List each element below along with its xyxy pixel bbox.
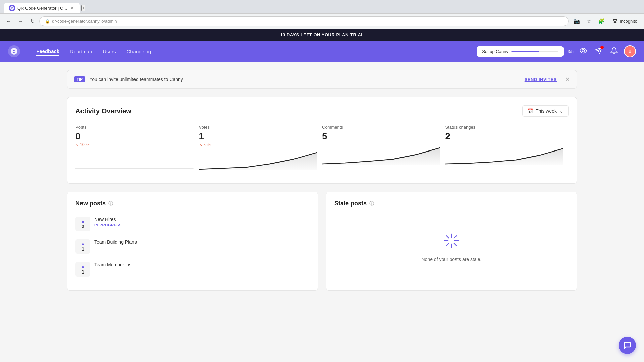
status-changes-chart [445, 144, 564, 165]
status-changes-label: Status changes [445, 125, 564, 130]
notification-badge [600, 46, 604, 49]
setup-bar-fill [511, 51, 539, 52]
metric-votes: Votes 1 ↘ 75% [199, 125, 322, 175]
post-info: Team Member List [94, 262, 310, 267]
svg-point-3 [615, 21, 616, 22]
vote-count: 1 [82, 269, 84, 275]
setup-progress-bar [511, 51, 558, 52]
stale-posts-info-icon[interactable]: ⓘ [369, 201, 374, 207]
address-bar[interactable]: 🔒 qr-code-generator.canny.io/admin [39, 16, 569, 26]
stale-empty-text: None of your posts are stale. [422, 257, 482, 262]
votes-change-pct: 75% [203, 142, 211, 147]
nav-right: Set up Canny 3/5 U [477, 45, 636, 58]
comments-value: 5 [322, 131, 440, 142]
metric-posts: Posts 0 ↘ 100% [75, 125, 199, 175]
new-posts-info-icon[interactable]: ⓘ [108, 201, 113, 207]
tip-banner: TIP You can invite unlimited teammates t… [67, 70, 577, 89]
svg-marker-11 [445, 148, 564, 165]
post-status: IN PROGRESS [94, 223, 310, 227]
tip-badge: TIP [74, 76, 85, 82]
back-button[interactable]: ← [4, 17, 13, 26]
stale-spinner-icon [443, 233, 460, 251]
main-nav: C Feedback Roadmap Users Changelog Set u… [0, 41, 644, 62]
vote-box: ▲ 1 [75, 262, 90, 277]
posts-change-arrow: ↘ [75, 142, 79, 147]
vote-count: 2 [82, 223, 84, 229]
avatar-button[interactable]: U [624, 45, 636, 57]
comments-label: Comments [322, 125, 440, 130]
trial-banner: 13 DAYS LEFT ON YOUR PLAN TRIAL [0, 29, 644, 41]
nav-roadmap[interactable]: Roadmap [70, 47, 92, 56]
post-item-team-member-list[interactable]: ▲ 1 Team Member List [75, 258, 310, 281]
tab-bar: C QR Code Generator | Canny ✕ + [0, 0, 644, 13]
stale-posts-card: Stale posts ⓘ None of your [326, 192, 577, 291]
upvote-arrow-icon: ▲ [80, 264, 85, 269]
tab-title: QR Code Generator | Canny [17, 6, 68, 11]
period-selector-button[interactable]: 📅 This week ⌄ [522, 105, 569, 117]
bookmark-icon[interactable]: ☆ [585, 17, 593, 26]
posts-change-pct: 100% [80, 142, 90, 147]
status-changes-value: 2 [445, 131, 564, 142]
tip-close-button[interactable]: ✕ [565, 76, 570, 83]
posts-value: 0 [75, 131, 194, 142]
svg-line-18 [454, 236, 457, 238]
metrics-row: Posts 0 ↘ 100% Votes 1 ↘ [75, 125, 569, 175]
tab-favicon: C [9, 5, 15, 11]
reload-button[interactable]: ↻ [28, 17, 37, 26]
calendar-icon: 📅 [527, 108, 533, 114]
incognito-button[interactable]: Incognito [609, 17, 640, 26]
svg-text:C: C [11, 7, 13, 10]
tip-text: You can invite unlimited teammates to Ca… [89, 77, 521, 82]
extensions-icon[interactable]: 🧩 [596, 17, 607, 26]
lock-icon: 🔒 [45, 19, 50, 24]
svg-text:U: U [629, 49, 631, 53]
post-title[interactable]: New Hires [94, 217, 310, 222]
svg-text:C: C [13, 49, 16, 54]
svg-point-2 [614, 21, 615, 22]
active-tab[interactable]: C QR Code Generator | Canny ✕ [4, 3, 80, 13]
bottom-grid: New posts ⓘ ▲ 2 New Hires IN PROGRESS ▲ … [67, 192, 577, 291]
preview-icon-button[interactable] [578, 45, 589, 58]
bell-icon-button[interactable] [608, 45, 620, 58]
period-label: This week [536, 108, 557, 114]
votes-value: 1 [199, 131, 317, 142]
browser-nav-bar: ← → ↻ 🔒 qr-code-generator.canny.io/admin… [0, 13, 644, 29]
votes-change-arrow: ↘ [199, 142, 202, 147]
share-icon-button[interactable] [593, 45, 604, 58]
tab-close-button[interactable]: ✕ [70, 5, 74, 11]
setup-label: Set up Canny [482, 49, 508, 54]
forward-button[interactable]: → [16, 17, 25, 26]
trial-text: 13 DAYS LEFT ON YOUR PLAN TRIAL [280, 32, 364, 37]
logo[interactable]: C [8, 45, 20, 57]
svg-marker-9 [199, 153, 317, 170]
browser-window: C QR Code Generator | Canny ✕ + ← → ↻ 🔒 … [0, 0, 644, 29]
cast-icon[interactable]: 📷 [571, 17, 582, 26]
activity-title: Activity Overview [75, 107, 131, 115]
setup-canny-button[interactable]: Set up Canny [477, 46, 564, 57]
svg-line-19 [446, 243, 449, 246]
post-title[interactable]: Team Building Plans [94, 239, 310, 245]
chat-fab-button[interactable] [619, 337, 636, 354]
activity-header: Activity Overview 📅 This week ⌄ [75, 105, 569, 117]
new-tab-button[interactable]: + [81, 5, 85, 11]
incognito-label: Incognito [620, 19, 637, 24]
posts-label: Posts [75, 125, 194, 130]
svg-marker-10 [322, 148, 440, 165]
post-title[interactable]: Team Member List [94, 262, 310, 267]
comments-chart [322, 144, 440, 165]
stale-posts-empty: None of your posts are stale. [334, 213, 569, 282]
nav-users[interactable]: Users [103, 47, 116, 56]
post-item-new-hires[interactable]: ▲ 2 New Hires IN PROGRESS [75, 213, 310, 235]
send-invites-button[interactable]: SEND INVITES [525, 77, 557, 82]
posts-chart [75, 150, 194, 170]
nav-feedback[interactable]: Feedback [36, 47, 59, 56]
svg-line-16 [446, 236, 449, 238]
vote-box: ▲ 2 [75, 217, 90, 231]
nav-actions: 📷 ☆ 🧩 Incognito [571, 17, 640, 26]
posts-change: ↘ 100% [75, 142, 194, 147]
upvote-arrow-icon: ▲ [80, 219, 85, 223]
votes-label: Votes [199, 125, 317, 130]
nav-changelog[interactable]: Changelog [126, 47, 151, 56]
activity-overview-card: Activity Overview 📅 This week ⌄ Posts 0 … [67, 97, 577, 184]
post-item-team-building[interactable]: ▲ 1 Team Building Plans [75, 235, 310, 258]
